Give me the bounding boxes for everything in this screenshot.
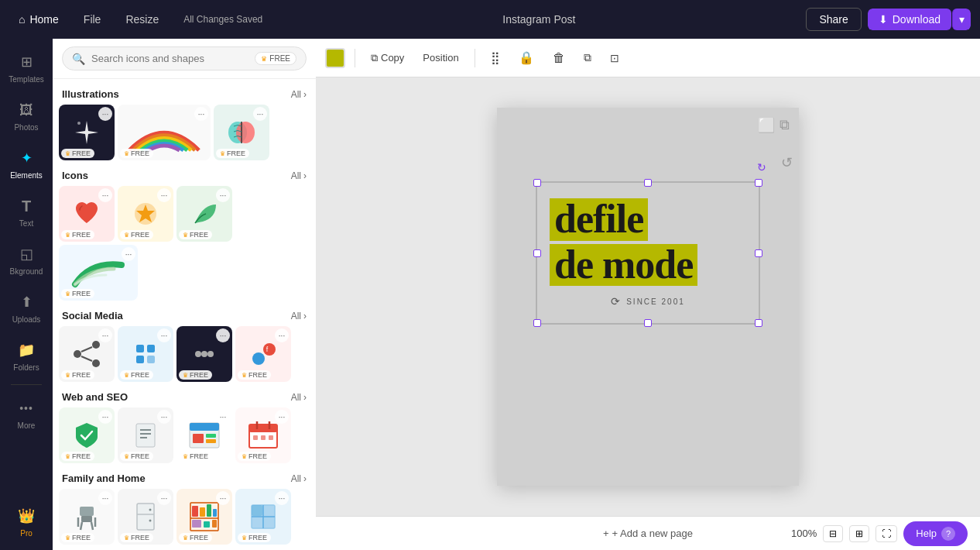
section-all-illustrations[interactable]: All › xyxy=(291,89,307,100)
list-item[interactable]: f ··· ♛ FREE xyxy=(235,326,291,382)
list-item[interactable]: ··· ♛ FREE xyxy=(59,407,115,463)
crown-badge-icon: ♛ xyxy=(65,150,70,157)
share-button[interactable]: Share xyxy=(806,8,861,31)
redo-icon[interactable]: ↺ xyxy=(781,154,793,171)
item-more-button[interactable]: ··· xyxy=(98,188,112,202)
list-item[interactable]: ··· ♛ FREE xyxy=(235,407,291,463)
free-item-badge: ♛ FREE xyxy=(61,230,94,239)
item-more-button[interactable]: ··· xyxy=(216,410,230,424)
svg-rect-42 xyxy=(137,504,154,530)
item-more-button[interactable]: ··· xyxy=(216,491,230,505)
item-more-button[interactable]: ··· xyxy=(157,410,171,424)
section-all-icons[interactable]: All › xyxy=(291,170,307,181)
section-all-webseo[interactable]: All › xyxy=(291,392,307,403)
crown-icon: ♛ xyxy=(261,55,267,63)
selection-handle-tr[interactable] xyxy=(755,179,762,187)
sidebar-item-folders[interactable]: 📁 Folders xyxy=(4,333,49,378)
duplicate-icon-button[interactable]: ⧉ xyxy=(577,47,598,68)
list-item[interactable]: ··· ♛ FREE xyxy=(176,407,232,463)
selection-handle-br[interactable] xyxy=(755,319,762,327)
svg-point-5 xyxy=(92,341,100,349)
selection-handle-tl[interactable] xyxy=(533,179,541,187)
resize-button[interactable]: Resize xyxy=(116,9,168,30)
item-more-button[interactable]: ··· xyxy=(157,491,171,505)
free-item-badge: ♛ FREE xyxy=(216,149,249,158)
item-more-button[interactable]: ··· xyxy=(275,491,289,505)
search-input[interactable] xyxy=(91,53,248,64)
list-item[interactable]: ··· ♛ FREE xyxy=(118,407,173,463)
free-item-badge: ♛ FREE xyxy=(120,230,153,239)
selection-handle-bl[interactable] xyxy=(533,319,541,327)
item-more-button[interactable]: ··· xyxy=(275,328,289,342)
color-swatch[interactable] xyxy=(325,48,345,68)
sidebar-item-uploads[interactable]: ⬆ Uploads xyxy=(4,285,49,330)
selection-handle-mr[interactable] xyxy=(755,249,762,257)
sidebar-item-templates[interactable]: ⊞ Templates xyxy=(4,45,49,90)
item-more-button[interactable]: ··· xyxy=(253,107,267,121)
design-text-block[interactable]: defile de mode ⟳ SINCE 2001 xyxy=(536,181,760,325)
sidebar-item-more[interactable]: ••• More xyxy=(4,391,49,436)
sidebar-label-more: More xyxy=(18,421,36,430)
copy-button[interactable]: ⧉ Copy xyxy=(365,48,410,68)
position-button[interactable]: Position xyxy=(416,48,464,67)
zoom-in-button[interactable]: ⊞ xyxy=(849,525,869,542)
copy-canvas-icon[interactable]: ⧉ xyxy=(780,117,790,134)
zoom-out-button[interactable]: ⊟ xyxy=(823,525,843,542)
sidebar-item-photos[interactable]: 🖼 Photos xyxy=(4,93,49,138)
sidebar-item-pro[interactable]: 👑 Pro xyxy=(4,499,49,544)
sidebar-item-elements[interactable]: ✦ Elements xyxy=(4,141,49,186)
social-grid-icon xyxy=(130,339,161,370)
list-item[interactable]: ··· ♛ FREE xyxy=(59,326,115,382)
file-button[interactable]: File xyxy=(74,9,111,30)
item-more-button[interactable]: ··· xyxy=(216,328,230,342)
item-more-button[interactable]: ··· xyxy=(98,328,112,342)
item-more-button[interactable]: ··· xyxy=(122,247,135,261)
list-item[interactable]: ··· ♛ FREE xyxy=(235,489,291,545)
rotate-handle[interactable]: ↻ xyxy=(757,161,766,174)
list-item[interactable]: ··· ♛ FREE xyxy=(118,489,173,545)
help-button[interactable]: Help ? xyxy=(903,521,968,546)
item-more-button[interactable]: ··· xyxy=(216,188,230,202)
item-more-button[interactable]: ··· xyxy=(157,188,171,202)
star-icon-item xyxy=(130,198,161,229)
list-item[interactable]: ··· ♛ FREE xyxy=(176,326,232,382)
fullscreen-button[interactable]: ⛶ xyxy=(875,525,897,542)
section-all-social[interactable]: All › xyxy=(291,311,307,321)
lock-button[interactable]: 🔒 xyxy=(512,46,540,69)
list-item[interactable]: ··· ♛ FREE xyxy=(176,489,232,545)
grid-toggle-button[interactable]: ⣿ xyxy=(485,46,506,69)
list-item[interactable]: ··· ♛ FREE xyxy=(59,186,115,242)
add-page-button[interactable]: + + Add a new page xyxy=(603,528,693,539)
list-item[interactable]: ··· ♛ FREE xyxy=(176,186,232,242)
download-button[interactable]: ⬇ Download xyxy=(868,9,951,30)
selection-handle-ml[interactable] xyxy=(533,249,541,257)
sidebar-item-text[interactable]: T Text xyxy=(4,189,49,234)
selection-handle-tm[interactable] xyxy=(644,179,652,187)
sidebar-label-photos: Photos xyxy=(14,123,38,132)
sidebar-item-background[interactable]: ◱ Bkground xyxy=(4,237,49,282)
download-arrow-button[interactable]: ▾ xyxy=(952,9,971,30)
list-item[interactable]: ··· ♛ FREE xyxy=(118,105,211,160)
item-more-button[interactable]: ··· xyxy=(194,107,208,121)
canvas-page[interactable]: defile de mode ⟳ SINCE 2001 xyxy=(497,108,799,486)
item-more-button[interactable]: ··· xyxy=(157,328,171,342)
item-more-button[interactable]: ··· xyxy=(275,410,289,424)
list-item[interactable]: ··· ♛ FREE xyxy=(118,326,173,382)
list-item[interactable]: ··· ♛ FREE xyxy=(118,186,173,242)
list-item[interactable]: ··· ♛ FREE xyxy=(59,245,138,301)
item-more-button[interactable]: ··· xyxy=(98,491,112,505)
svg-rect-13 xyxy=(147,356,155,363)
list-item[interactable]: ··· ♛ FREE xyxy=(59,489,115,545)
rect-icon[interactable]: ⬜ xyxy=(758,117,775,134)
copy-paste-button[interactable]: ⊡ xyxy=(604,48,625,68)
section-all-family[interactable]: All › xyxy=(291,473,307,484)
list-item[interactable]: ··· ♛ FREE xyxy=(214,105,269,160)
item-more-button[interactable]: ··· xyxy=(98,107,112,121)
home-button[interactable]: ⌂ Home xyxy=(9,9,68,30)
item-more-button[interactable]: ··· xyxy=(98,410,112,424)
elements-scroll[interactable]: Illustrations All › ··· xyxy=(53,79,316,550)
delete-button[interactable]: 🗑 xyxy=(547,47,571,69)
free-item-badge: ♛ FREE xyxy=(120,533,153,542)
selection-handle-bm[interactable] xyxy=(644,319,652,327)
list-item[interactable]: ··· ♛ FREE xyxy=(59,105,115,160)
